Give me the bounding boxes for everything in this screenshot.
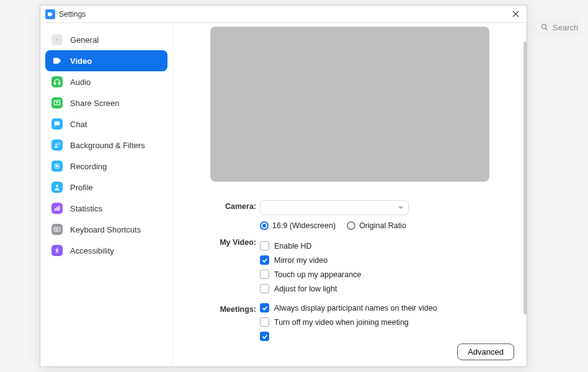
global-search[interactable]: Search [535, 19, 582, 36]
sidebar-item-chat[interactable]: Chat [45, 113, 167, 135]
close-icon [512, 11, 519, 17]
ratio-original-radio[interactable]: Original Ratio [347, 221, 406, 230]
svg-rect-13 [55, 208, 56, 211]
myvideo-label: My Video: [204, 236, 260, 247]
radio-label: 16:9 (Widescreen) [272, 221, 336, 230]
svg-point-4 [56, 39, 58, 41]
checkbox-label: Mirror my video [274, 256, 327, 265]
checkbox-icon [260, 317, 269, 327]
sidebar-item-label: Share Screen [70, 99, 120, 108]
sidebar-item-recording[interactable]: Recording [45, 156, 167, 177]
sidebar-item-label: Background & Filters [70, 141, 145, 150]
settings-window: Settings General Video Au [40, 5, 527, 367]
always-names-checkbox[interactable]: Always display participant names on thei… [260, 303, 508, 312]
checkbox-icon [260, 241, 269, 250]
advanced-button[interactable]: Advanced [457, 343, 514, 360]
checkbox-label: Enable HD [274, 242, 311, 250]
gear-icon [51, 34, 63, 45]
search-icon [540, 23, 549, 32]
sidebar-item-audio[interactable]: Audio [45, 71, 167, 92]
search-placeholder: Search [553, 23, 578, 32]
checkbox-icon [260, 332, 269, 341]
sidebar-item-keyboard-shortcuts[interactable]: Keyboard Shortcuts [45, 219, 167, 240]
app-icon [45, 9, 55, 19]
sidebar-item-share-screen[interactable]: Share Screen [45, 92, 167, 113]
radio-icon [347, 221, 355, 230]
chat-icon [51, 118, 63, 130]
sidebar-item-label: Video [70, 56, 92, 66]
ratio-169-radio[interactable]: 16:9 (Widescreen) [260, 221, 336, 230]
svg-point-18 [56, 229, 57, 229]
sidebar-item-label: Keyboard Shortcuts [70, 225, 141, 234]
svg-line-1 [546, 29, 548, 30]
svg-rect-5 [55, 82, 56, 84]
checkbox-icon [260, 303, 269, 312]
svg-rect-16 [54, 228, 60, 231]
camera-dropdown[interactable] [260, 200, 409, 215]
sidebar-item-label: Statistics [70, 204, 102, 213]
partial-checkbox-row[interactable] [260, 332, 508, 341]
enable-hd-checkbox[interactable]: Enable HD [260, 241, 508, 250]
share-icon [51, 97, 63, 108]
scrollbar[interactable] [523, 42, 527, 314]
record-icon [51, 161, 63, 172]
sidebar-item-label: Recording [70, 162, 107, 171]
stats-icon [51, 203, 63, 214]
sidebar-item-accessibility[interactable]: Accessibility [45, 240, 167, 261]
sidebar-item-general[interactable]: General [45, 29, 167, 50]
sidebar-item-background-filters[interactable]: Background & Filters [45, 135, 167, 156]
checkbox-icon [260, 255, 269, 265]
checkbox-label: Turn off my video when joining meeting [274, 318, 409, 327]
touch-up-checkbox[interactable]: Touch up my appearance [260, 270, 508, 279]
close-button[interactable] [509, 8, 522, 20]
camera-label: Camera: [204, 200, 260, 211]
radio-label: Original Ratio [359, 221, 406, 230]
checkbox-icon [260, 284, 269, 293]
keyboard-icon [51, 224, 63, 235]
sidebar-item-label: Audio [70, 78, 91, 87]
svg-point-21 [56, 248, 58, 249]
meetings-label: Meetings: [204, 303, 260, 314]
profile-icon [51, 182, 63, 193]
main-panel: Camera: 16:9 (Widescreen) Original Ratio [173, 23, 527, 366]
accessibility-icon [51, 245, 63, 256]
sidebar-item-label: Accessibility [70, 246, 114, 255]
checkbox-label: Always display participant names on thei… [274, 304, 437, 312]
sidebar-item-label: Chat [70, 120, 87, 129]
radio-icon [260, 221, 269, 230]
svg-rect-9 [58, 143, 60, 145]
svg-point-11 [56, 166, 58, 167]
video-icon [51, 55, 63, 66]
svg-point-19 [58, 229, 58, 229]
svg-rect-14 [56, 207, 58, 211]
bg-icon [51, 140, 63, 151]
mirror-video-checkbox[interactable]: Mirror my video [260, 255, 508, 265]
svg-point-12 [56, 185, 58, 187]
sidebar-item-label: Profile [70, 183, 93, 192]
sidebar: General Video Audio Share Screen [40, 23, 173, 366]
svg-rect-15 [58, 206, 60, 211]
svg-point-8 [55, 144, 57, 146]
sidebar-item-profile[interactable]: Profile [45, 177, 167, 198]
sidebar-item-video[interactable]: Video [45, 50, 167, 71]
checkbox-icon [260, 270, 269, 279]
video-preview [210, 27, 489, 182]
checkbox-label: Adjust for low light [274, 285, 337, 293]
turn-off-video-checkbox[interactable]: Turn off my video when joining meeting [260, 317, 508, 327]
window-title: Settings [59, 10, 86, 19]
sidebar-item-label: General [70, 35, 99, 45]
svg-point-0 [541, 24, 546, 29]
low-light-checkbox[interactable]: Adjust for low light [260, 284, 508, 293]
headphones-icon [51, 76, 63, 87]
sidebar-item-statistics[interactable]: Statistics [45, 198, 167, 219]
svg-point-17 [55, 229, 56, 229]
svg-rect-6 [59, 82, 60, 84]
titlebar: Settings [40, 6, 527, 23]
checkbox-label: Touch up my appearance [274, 270, 361, 279]
